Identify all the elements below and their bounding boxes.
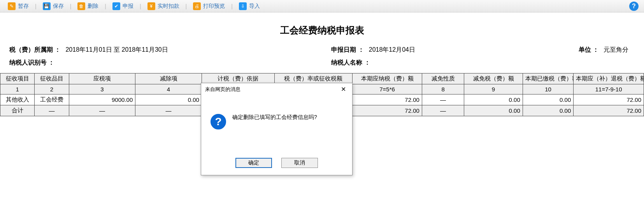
total-c3: — bbox=[135, 105, 202, 116]
th-10: 本期应（补）退税（费）额 bbox=[574, 73, 644, 84]
period-value: 2018年11月01日 至 2018年11月30日 bbox=[65, 46, 168, 54]
help-icon[interactable]: ? bbox=[629, 2, 639, 11]
idx-1: 2 bbox=[35, 84, 69, 94]
declare-icon: ✔ bbox=[112, 2, 120, 10]
cancel-button[interactable]: 取消 bbox=[281, 158, 318, 168]
total-c10: 72.00 bbox=[574, 105, 644, 116]
toolbar: ✎ 暂存 | 💾 保存 | 🗑 删除 | ✔ 申报 | ¥ 实时扣款 | 🖨 打… bbox=[0, 0, 644, 12]
delete-icon: 🗑 bbox=[77, 2, 85, 10]
th-2: 应税项 bbox=[69, 73, 135, 84]
declare-label: 申报 bbox=[123, 3, 133, 10]
th-8: 减免税（费）额 bbox=[464, 73, 523, 84]
dialog-title: 来自网页的消息 bbox=[205, 86, 240, 93]
delete-label: 删除 bbox=[88, 3, 98, 10]
total-c9: 0.00 bbox=[523, 105, 573, 116]
temp-save-icon: ✎ bbox=[8, 2, 16, 10]
delete-button[interactable]: 🗑 删除 bbox=[76, 2, 100, 11]
toolbar-separator: | bbox=[70, 3, 72, 9]
toolbar-separator: | bbox=[35, 3, 37, 9]
taxpayer-name-label: 纳税人名称 ： bbox=[331, 59, 370, 67]
save-label: 保存 bbox=[53, 3, 64, 10]
idx-2: 3 bbox=[69, 84, 135, 94]
print-preview-button[interactable]: 🖨 打印预览 bbox=[191, 2, 226, 11]
total-c8: 0.00 bbox=[464, 105, 523, 116]
idx-3: 4 bbox=[135, 84, 202, 94]
tax-id-label: 纳税人识别号 ： bbox=[9, 59, 54, 67]
total-c7: — bbox=[422, 105, 464, 116]
th-1: 征收品目 bbox=[35, 73, 69, 84]
cell-balance: 72.00 bbox=[574, 94, 644, 105]
cell-deduct[interactable]: 0.00 bbox=[135, 94, 202, 105]
page-title: 工会经费纳税申报表 bbox=[0, 24, 644, 37]
idx-0: 1 bbox=[0, 84, 35, 94]
declare-button[interactable]: ✔ 申报 bbox=[111, 2, 135, 11]
declare-date-label: 申报日期 ： bbox=[331, 46, 364, 54]
declare-date-value: 2018年12月04日 bbox=[369, 46, 415, 54]
realtime-pay-label: 实时扣款 bbox=[158, 3, 179, 10]
dialog-message: 确定删除已填写的工会经费信息吗? bbox=[232, 114, 317, 121]
dialog-titlebar: 来自网页的消息 ✕ bbox=[201, 83, 352, 95]
idx-7: 8 bbox=[422, 84, 464, 94]
cell-taxable[interactable]: 9000.00 bbox=[69, 94, 135, 105]
realtime-pay-button[interactable]: ¥ 实时扣款 bbox=[146, 2, 181, 11]
cell-paid: 0.00 bbox=[523, 94, 573, 105]
save-icon: 💾 bbox=[43, 2, 51, 10]
idx-8: 9 bbox=[464, 84, 523, 94]
toolbar-separator: | bbox=[140, 3, 141, 9]
idx-9: 10 bbox=[523, 84, 573, 94]
meta-section: 税（费）所属期 ： 2018年11月01日 至 2018年11月30日 纳税人识… bbox=[0, 37, 644, 73]
print-icon: 🖨 bbox=[193, 2, 201, 10]
unit-value: 元至角分 bbox=[604, 46, 628, 54]
idx-6: 7=5*6 bbox=[353, 84, 422, 94]
ok-button[interactable]: 确定 bbox=[235, 158, 272, 168]
cell-relief-amt: 0.00 bbox=[464, 94, 523, 105]
close-icon[interactable]: ✕ bbox=[339, 86, 348, 93]
print-preview-label: 打印预览 bbox=[203, 3, 225, 10]
total-label: 合计 bbox=[0, 105, 35, 116]
th-0: 征收项目 bbox=[0, 73, 35, 84]
question-icon: ? bbox=[211, 114, 226, 129]
toolbar-separator: | bbox=[105, 3, 106, 9]
import-label: 导入 bbox=[249, 3, 260, 10]
unit-label: 单位 ： bbox=[579, 46, 599, 54]
cell-subitem: 工会经费 bbox=[35, 94, 69, 105]
realtime-pay-icon: ¥ bbox=[147, 2, 155, 10]
confirm-dialog: 来自网页的消息 ✕ ? 确定删除已填写的工会经费信息吗? 确定 取消 bbox=[201, 83, 353, 175]
idx-10: 11=7-9-10 bbox=[574, 84, 644, 94]
th-9: 本期已缴税（费）额 bbox=[523, 73, 573, 84]
toolbar-separator: | bbox=[231, 3, 233, 9]
toolbar-separator: | bbox=[186, 3, 187, 9]
period-label: 税（费）所属期 ： bbox=[9, 46, 61, 54]
import-button[interactable]: ⇩ 导入 bbox=[237, 2, 261, 11]
temp-save-label: 暂存 bbox=[18, 3, 29, 10]
total-c2: — bbox=[69, 105, 135, 116]
import-icon: ⇩ bbox=[239, 2, 247, 10]
temp-save-button[interactable]: ✎ 暂存 bbox=[6, 2, 30, 11]
th-6: 本期应纳税（费）额 bbox=[353, 73, 422, 84]
th-3: 减除项 bbox=[135, 73, 202, 84]
cell-relief-type: — bbox=[422, 94, 464, 105]
save-button[interactable]: 💾 保存 bbox=[41, 2, 65, 11]
total-c1: — bbox=[35, 105, 69, 116]
cell-item: 其他收入 bbox=[0, 94, 35, 105]
th-7: 减免性质 bbox=[422, 73, 464, 84]
total-c6: 72.00 bbox=[353, 105, 422, 116]
cell-due: 72.00 bbox=[353, 94, 422, 105]
